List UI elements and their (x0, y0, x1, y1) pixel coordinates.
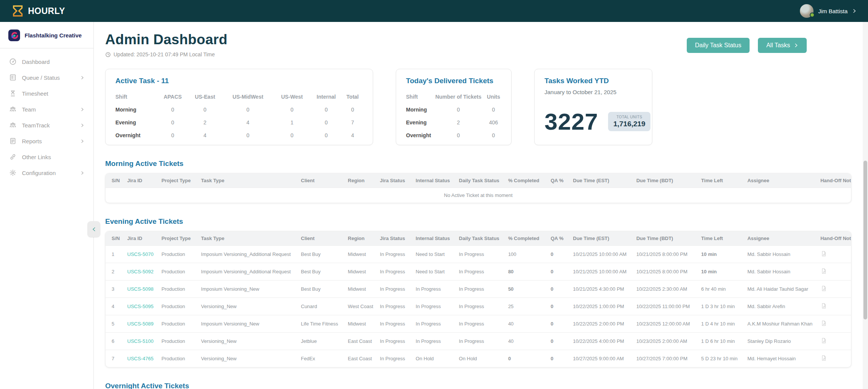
column-header: S/N (106, 231, 124, 246)
hand-off-note-icon[interactable] (820, 268, 827, 274)
column-header: Jira Status (377, 231, 413, 246)
chevron-right-icon (80, 76, 84, 80)
table-row: Morning00 (406, 103, 501, 116)
column-header: Client (298, 174, 345, 188)
ytd-count: 3227 (544, 108, 598, 135)
dashboard-icon (9, 58, 17, 65)
jira-link[interactable]: USCS-5089 (127, 321, 153, 327)
sidebar-item-other-links[interactable]: Other Links (0, 149, 93, 165)
shift-label: Morning (406, 103, 431, 116)
column-header: Daily Task Status (456, 231, 505, 246)
brand: HOURLY (11, 5, 65, 17)
table-row: 2USCS-5092ProductionImposium Versioning_… (106, 263, 851, 281)
column-header: Region (345, 174, 377, 188)
sidebar-item-label: Configuration (22, 170, 75, 176)
column-header: US-East (188, 90, 222, 103)
shift-value: 0 (310, 129, 342, 142)
jira-link[interactable]: USCS-5100 (127, 338, 153, 344)
all-tasks-button[interactable]: All Tasks (758, 38, 807, 53)
active-task-table: ShiftAPACSUS-EastUS-MidWestUS-WestIntern… (115, 90, 363, 142)
sidebar-item-reports[interactable]: Reports (0, 133, 93, 149)
card-title: Tasks Worked YTD (544, 77, 642, 85)
column-header: QA % (548, 231, 570, 246)
shift-value: 406 (486, 116, 501, 129)
column-header: APACS (157, 90, 188, 103)
scrollbar-thumb[interactable] (863, 161, 867, 319)
chevron-right-icon (80, 139, 84, 143)
column-header: Internal (310, 90, 342, 103)
table-row: 1USCS-5070ProductionImposium Versioning_… (106, 246, 851, 263)
table-row: 4USCS-5095ProductionVersioning_NewCunard… (106, 298, 851, 315)
column-header: Time Left (698, 231, 744, 246)
updated-timestamp-row: Updated: 2025-10-21 07:49 PM Local Time (105, 51, 227, 57)
morning-tickets-heading: Morning Active Tickets (105, 160, 851, 168)
column-header: Due Time (BDT) (633, 231, 698, 246)
org-name: Flashtalking Creative (25, 32, 82, 39)
hand-off-note-icon[interactable] (820, 320, 827, 327)
hand-off-note-icon[interactable] (820, 337, 827, 344)
shift-value: 4 (188, 129, 222, 142)
ytd-card: Tasks Worked YTD January to October 21, … (534, 69, 652, 145)
column-header: Internal Status (413, 174, 456, 188)
sidebar-item-label: Team (22, 106, 75, 113)
chevron-right-icon (80, 123, 84, 127)
column-header: Internal Status (413, 231, 456, 246)
org-row[interactable]: Flashtalking Creative (0, 22, 93, 48)
hand-off-note-icon[interactable] (820, 250, 827, 257)
hand-off-note-icon[interactable] (820, 355, 827, 361)
hand-off-note-icon[interactable] (820, 285, 827, 292)
clock-icon (105, 52, 111, 57)
jira-link[interactable]: USCS-4765 (127, 356, 153, 361)
jira-link[interactable]: USCS-5070 (127, 251, 153, 257)
total-units-badge: TOTAL UNITS 1,716,219 (608, 112, 651, 131)
column-header: Region (345, 231, 377, 246)
column-header: US-MidWest (222, 90, 274, 103)
empty-state-row: No Active Ticket at this moment (106, 188, 851, 203)
column-header: Client (298, 231, 345, 246)
timesheet-icon (9, 90, 17, 97)
page-title: Admin Dashboard (105, 32, 227, 48)
column-header: % Completed (505, 174, 548, 188)
column-header: S/N (106, 174, 124, 188)
table-header-row: ShiftNumber of TicketsUnits (406, 90, 501, 103)
jira-link[interactable]: USCS-5092 (127, 269, 153, 274)
chevron-right-icon (794, 43, 798, 48)
column-header: QA % (548, 174, 570, 188)
column-header: Time Left (698, 174, 744, 188)
shift-value: 0 (310, 116, 342, 129)
column-header: Due Time (BDT) (633, 174, 698, 188)
jira-link[interactable]: USCS-5095 (127, 304, 153, 309)
shift-value: 2 (431, 116, 485, 129)
avatar-status-dot (810, 12, 815, 17)
sidebar-item-team[interactable]: Team (0, 101, 93, 117)
empty-state-message: No Active Ticket at this moment (106, 188, 851, 203)
hand-off-note-icon[interactable] (820, 302, 827, 309)
shift-value: 0 (157, 129, 188, 142)
sidebar-item-timesheet[interactable]: Timesheet (0, 85, 93, 101)
app-header: HOURLY Jim Battista (0, 0, 868, 22)
sidebar-item-configuration[interactable]: Configuration (0, 165, 93, 181)
scrollbar (863, 22, 868, 389)
links-icon (9, 153, 17, 161)
sidebar-item-dashboard[interactable]: Dashboard (0, 54, 93, 70)
column-header: % Completed (505, 231, 548, 246)
column-header: Jira Status (377, 174, 413, 188)
table-row: 5USCS-5089ProductionImposium Versioning_… (106, 315, 851, 333)
shift-value: 0 (431, 129, 485, 142)
jira-link[interactable]: USCS-5098 (127, 286, 153, 292)
column-header: Number of Tickets (431, 90, 485, 103)
sidebar-item-queue-status[interactable]: Queue / Status (0, 70, 93, 85)
total-units-value: 1,716,219 (613, 120, 646, 128)
hourly-logo-icon (11, 5, 24, 17)
card-title: Active Task - 11 (115, 77, 363, 85)
overnight-tickets-heading: Overnight Active Tickets (105, 382, 851, 389)
shift-value: 7 (342, 116, 363, 129)
sidebar-item-teamtrack[interactable]: TeamTrack (0, 117, 93, 133)
sidebar-item-label: TeamTrack (22, 122, 75, 129)
evening-tickets-table: S/NJira IDProject TypeTask TypeClientReg… (106, 231, 851, 367)
collapse-sidebar-button[interactable] (87, 221, 100, 237)
user-menu[interactable]: Jim Battista (800, 4, 857, 18)
daily-task-status-button[interactable]: Daily Task Status (687, 38, 750, 53)
shift-value: 0 (310, 103, 342, 116)
shift-label: Evening (406, 116, 431, 129)
